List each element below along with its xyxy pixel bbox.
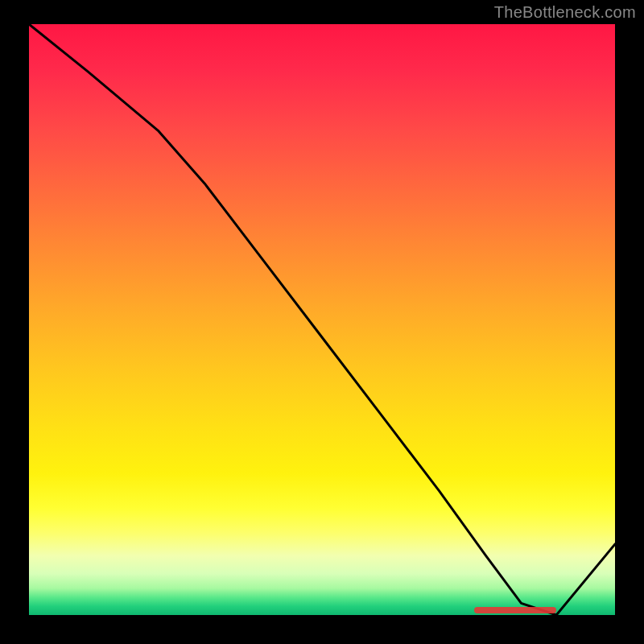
optimal-range-marker [474,607,556,613]
bottleneck-curve-path [29,24,615,615]
attribution-label: TheBottleneck.com [494,3,636,22]
curve-svg [29,24,615,615]
chart-container: TheBottleneck.com [0,0,644,644]
plot-area [29,24,615,615]
